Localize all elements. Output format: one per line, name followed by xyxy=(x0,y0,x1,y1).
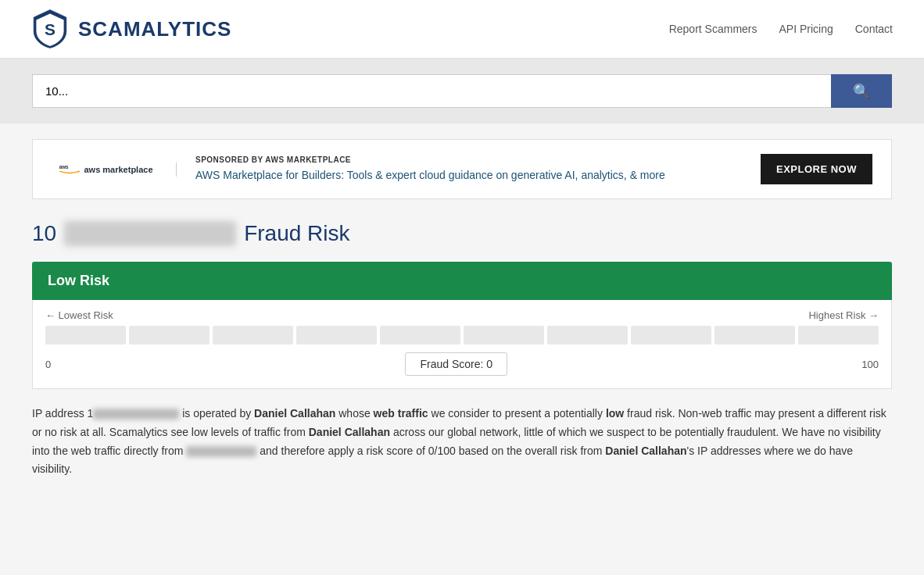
risk-segment-6 xyxy=(547,326,628,345)
risk-score-min: 0 xyxy=(45,359,51,370)
search-bar: 🔍 xyxy=(32,74,892,108)
svg-text:S: S xyxy=(45,20,56,38)
page-heading: 10 Fraud Risk xyxy=(32,221,892,246)
heading-fraud-risk: Fraud Risk xyxy=(244,221,349,246)
ad-description[interactable]: AWS Marketplace for Builders: Tools & ex… xyxy=(195,167,745,184)
operator-name-3: Daniel Callahan xyxy=(605,445,686,457)
logo-area: S SCAMALYTICS xyxy=(31,9,231,49)
risk-description: IP address 1 is operated by Daniel Calla… xyxy=(32,405,892,479)
search-icon: 🔍 xyxy=(853,83,870,100)
aws-smile-icon: aws xyxy=(59,162,81,177)
site-header: S SCAMALYTICS Report Scammers API Pricin… xyxy=(0,0,924,59)
nav-report-scammers[interactable]: Report Scammers xyxy=(669,23,757,35)
search-section: 🔍 xyxy=(0,59,924,123)
nav-contact[interactable]: Contact xyxy=(855,23,893,35)
fraud-score-badge: Fraud Score: 0 xyxy=(405,352,507,376)
ad-content: SPONSORED BY AWS MARKETPLACE AWS Marketp… xyxy=(195,155,745,184)
main-content: aws aws marketplace SPONSORED BY AWS MAR… xyxy=(32,123,892,510)
logo-text: SCAMALYTICS xyxy=(78,17,231,41)
risk-segment-7 xyxy=(631,326,711,345)
risk-scale-container: ← Lowest Risk Highest Risk → 0 Fraud Sco… xyxy=(32,300,892,389)
nav-api-pricing[interactable]: API Pricing xyxy=(779,23,833,35)
highest-risk-label: Highest Risk → xyxy=(808,309,879,321)
search-input[interactable] xyxy=(32,74,831,108)
svg-text:aws: aws xyxy=(59,163,69,169)
ad-logo-area: aws aws marketplace xyxy=(52,162,177,177)
risk-segment-8 xyxy=(714,326,795,345)
description-ip-blurred-1 xyxy=(93,409,179,420)
operator-name-1: Daniel Callahan xyxy=(254,407,335,420)
risk-segment-2 xyxy=(213,326,293,345)
ad-explore-button[interactable]: EXPLORE NOW xyxy=(761,154,872,184)
ad-banner: aws aws marketplace SPONSORED BY AWS MAR… xyxy=(32,139,892,199)
main-nav: Report Scammers API Pricing Contact xyxy=(669,23,893,35)
risk-axis-labels: ← Lowest Risk Highest Risk → xyxy=(45,309,879,321)
risk-segment-1 xyxy=(129,326,210,345)
risk-word: low xyxy=(606,407,624,420)
risk-segment-9 xyxy=(798,326,879,345)
web-traffic-label: web traffic xyxy=(374,407,428,420)
description-ip-blurred-2 xyxy=(186,446,256,457)
risk-score-row: 0 Fraud Score: 0 100 xyxy=(45,352,879,376)
logo-shield-icon: S xyxy=(31,9,69,49)
ad-logo-text: aws marketplace xyxy=(84,165,152,174)
risk-segment-0 xyxy=(45,326,126,345)
risk-bar-track xyxy=(45,326,879,345)
risk-segment-3 xyxy=(296,326,377,345)
ad-sponsored-label: SPONSORED BY AWS MARKETPLACE xyxy=(195,155,745,164)
search-button[interactable]: 🔍 xyxy=(831,74,892,108)
risk-level-banner: Low Risk xyxy=(32,262,892,300)
risk-score-max: 100 xyxy=(861,359,879,370)
heading-ip-blurred xyxy=(64,221,236,246)
risk-segment-4 xyxy=(380,326,460,345)
heading-ip-prefix: 10 xyxy=(32,221,56,246)
lowest-risk-label: ← Lowest Risk xyxy=(45,309,113,321)
operator-name-2: Daniel Callahan xyxy=(309,426,390,438)
risk-segment-5 xyxy=(464,326,544,345)
